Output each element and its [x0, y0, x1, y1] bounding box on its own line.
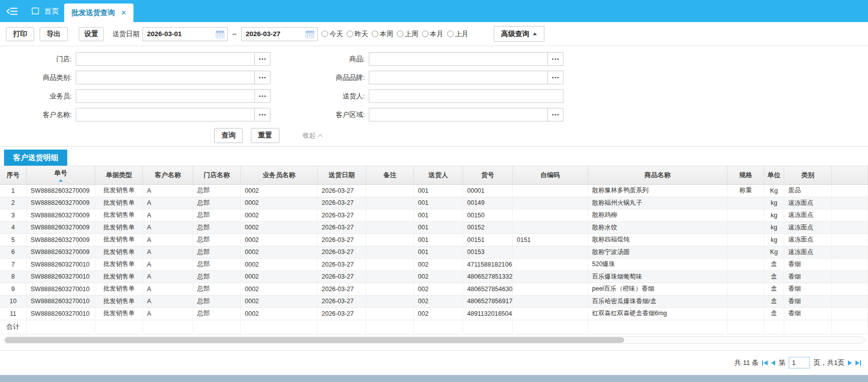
page-number-input[interactable] [789, 357, 810, 368]
product-brand-lookup-button[interactable]: ••• [547, 71, 563, 84]
table-cell [728, 308, 764, 320]
radio-circle-icon[interactable] [347, 31, 353, 37]
table-cell: 2026-03-27 [318, 283, 366, 296]
table-row[interactable]: 9SW88882603270010批发销售单A总部00022026-03-270… [0, 283, 868, 296]
column-header[interactable]: 商品名称 [588, 166, 728, 184]
date-from-input[interactable]: 2026-03-01 [142, 27, 228, 41]
calendar-icon[interactable] [306, 30, 314, 38]
radio-circle-icon[interactable] [322, 31, 328, 37]
last-page-icon[interactable] [855, 360, 861, 365]
radio-today[interactable]: 今天 [322, 30, 343, 39]
product-brand-input[interactable] [369, 71, 547, 84]
query-button[interactable]: 查询 [214, 128, 243, 143]
customer-name-lookup-button[interactable]: ••• [254, 108, 270, 121]
table-cell: SW88882603270009 [27, 197, 95, 210]
settings-button[interactable]: 设置 [79, 27, 104, 41]
column-header[interactable]: 单据类型 [95, 166, 143, 184]
product-input[interactable] [369, 53, 547, 65]
table-row[interactable]: 2SW88882603270009批发销售单A总部00022026-03-270… [0, 197, 868, 210]
table-row[interactable]: 4SW88882603270009批发销售单A总部00022026-03-270… [0, 222, 868, 234]
collapse-menu-icon[interactable] [6, 7, 18, 16]
radio-yesterday[interactable]: 昨天 [347, 30, 368, 39]
radio-circle-icon[interactable] [447, 31, 454, 37]
radio-circle-icon[interactable] [397, 31, 403, 37]
table-row[interactable]: 3SW88882603270009批发销售单A总部00022026-03-270… [0, 209, 868, 222]
salesperson-input[interactable] [76, 90, 254, 102]
salesperson-lookup-button[interactable]: ••• [254, 90, 270, 102]
radio-circle-icon[interactable] [372, 31, 378, 37]
prev-page-icon[interactable] [771, 360, 775, 365]
table-cell: 2026-03-27 [318, 271, 366, 284]
table-row[interactable]: 6SW88882603270009批发销售单A总部00022026-03-270… [0, 246, 868, 259]
table-row[interactable]: 1SW88882603270009批发销售单A总部00022026-03-270… [0, 185, 868, 197]
customer-region-input[interactable] [369, 108, 547, 121]
table-cell: 蛋品 [784, 185, 832, 197]
column-header[interactable]: 客户名称 [143, 166, 193, 184]
table-cell: 2 [0, 197, 27, 210]
table-row[interactable]: 7SW88882603270010批发销售单A总部00022026-03-270… [0, 259, 868, 271]
table-cell [513, 197, 588, 210]
product-category-lookup-button[interactable]: ••• [254, 71, 270, 84]
table-cell [832, 197, 868, 210]
table-cell [318, 320, 366, 334]
table-row[interactable]: 5SW88882603270009批发销售单A总部00022026-03-270… [0, 234, 868, 246]
column-header[interactable]: 类别 [784, 166, 832, 184]
radio-last-week[interactable]: 上周 [397, 30, 418, 39]
date-to-input[interactable]: 2026-03-27 [241, 27, 318, 41]
column-header[interactable]: 单位 [764, 166, 784, 184]
scrollbar-thumb[interactable] [5, 337, 624, 343]
table-cell: 4891132016504 [463, 308, 513, 320]
customer-region-lookup-button[interactable]: ••• [547, 108, 563, 121]
table-row[interactable]: 11SW88882603270010批发销售单A总部00022026-03-27… [0, 308, 868, 320]
product-lookup-button[interactable]: ••• [547, 53, 563, 65]
radio-circle-icon[interactable] [422, 31, 428, 37]
reset-button[interactable]: 重置 [251, 128, 279, 143]
column-header-label: 序号 [7, 171, 20, 180]
advanced-query-button[interactable]: 高级查询 [494, 26, 544, 42]
store-lookup-button[interactable]: ••• [254, 53, 270, 65]
collapse-panel-link[interactable]: 收起 [303, 131, 322, 140]
first-page-icon[interactable] [762, 360, 768, 365]
table-cell: 0002 [241, 296, 318, 308]
column-header[interactable]: 货号 [463, 166, 513, 184]
column-header[interactable]: 送货人 [414, 166, 463, 184]
column-header-label: 单号 [54, 169, 67, 178]
deliverer-input[interactable] [369, 90, 563, 102]
table-cell: 盒 [764, 271, 784, 284]
table-row[interactable]: 10SW88882603270010批发销售单A总部00022026-03-27… [0, 296, 868, 308]
tab-home[interactable]: 首页 [26, 0, 64, 22]
radio-this-month[interactable]: 本月 [422, 30, 444, 39]
home-tab-label: 首页 [44, 7, 59, 16]
column-header[interactable]: 自编码 [513, 166, 588, 184]
radio-this-week[interactable]: 本周 [372, 30, 393, 39]
table-cell: 批发销售单 [95, 209, 143, 222]
table-cell [728, 234, 764, 246]
calendar-icon[interactable] [216, 30, 224, 38]
horizontal-scrollbar[interactable] [4, 336, 864, 344]
table-cell: 盒 [764, 283, 784, 296]
table-total-row[interactable]: 合计 [0, 320, 868, 334]
store-input[interactable] [76, 53, 254, 65]
tab-customer-delivery-detail[interactable]: 客户送货明细 [4, 150, 67, 166]
table-cell: 2026-03-27 [318, 185, 366, 197]
tab-wholesale-delivery-query[interactable]: 批发送货查询 ✕ [64, 4, 133, 22]
column-header[interactable]: 门店名称 [193, 166, 241, 184]
table-cell [832, 296, 868, 308]
table-row[interactable]: 8SW88882603270010批发销售单A总部00022026-03-270… [0, 271, 868, 284]
column-header[interactable]: 送货日期 [318, 166, 366, 184]
next-page-icon[interactable] [848, 360, 852, 365]
column-header[interactable] [832, 166, 868, 184]
export-button[interactable]: 导出 [40, 27, 68, 41]
table-cell: 批发销售单 [95, 185, 143, 197]
print-button[interactable]: 打印 [6, 27, 34, 41]
product-category-input[interactable] [76, 71, 254, 84]
column-header[interactable]: 业务员名称 [241, 166, 318, 184]
column-header[interactable]: 序号 [0, 166, 27, 184]
column-header[interactable]: 单号 [27, 166, 95, 184]
table-cell: 盒 [764, 308, 784, 320]
radio-last-month[interactable]: 上月 [447, 30, 469, 39]
close-icon[interactable]: ✕ [121, 10, 126, 16]
column-header[interactable]: 备注 [366, 166, 414, 184]
customer-name-input[interactable] [76, 108, 254, 121]
column-header[interactable]: 规格 [728, 166, 764, 184]
